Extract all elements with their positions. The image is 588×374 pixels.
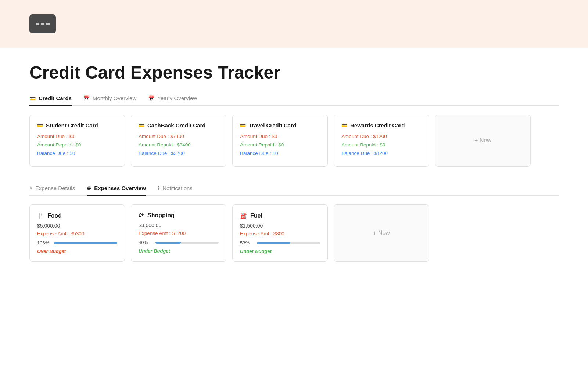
shopping-icon: 🛍 <box>139 212 144 219</box>
fuel-icon: ⛽ <box>240 212 247 219</box>
card-travel-name: Travel Credit Card <box>249 122 296 128</box>
overview-shopping-progress-bar-bg <box>155 242 219 244</box>
card-student-balance-due: Balance Due : $0 <box>37 150 117 156</box>
card-student-icon: 💳 <box>37 123 43 128</box>
card-student: 💳 Student Credit Card Amount Due : $0 Am… <box>29 115 125 167</box>
card-student-header: 💳 Student Credit Card <box>37 122 117 128</box>
card-travel-amount-repaid: Amount Repaid : $0 <box>240 142 320 148</box>
expenses-overview-tab-icon: ⊖ <box>87 185 91 191</box>
overview-shopping-progress-bar-fill <box>155 242 181 244</box>
card-cashback-icon: 💳 <box>139 123 144 128</box>
tab-yearly-overview[interactable]: 📅 Yearly Overview <box>148 91 197 106</box>
overview-food-header: 🍴 Food <box>37 212 117 219</box>
tab-notifications[interactable]: ℹ Notifications <box>158 181 193 196</box>
overview-fuel-progress-bar-fill <box>257 242 290 244</box>
card-travel-icon: 💳 <box>240 123 246 128</box>
card-student-amount-due: Amount Due : $0 <box>37 134 117 139</box>
add-new-overview-button[interactable]: + New <box>334 204 429 262</box>
add-new-overview-label: + New <box>373 230 390 236</box>
overview-food-progress-row: 106% <box>37 240 117 246</box>
overview-fuel-expense: Expense Amt : $800 <box>240 231 320 236</box>
overview-fuel: ⛽ Fuel $1,500.00 Expense Amt : $800 53% … <box>232 204 328 262</box>
card-student-name: Student Credit Card <box>46 122 98 128</box>
card-rewards-amount-due: Amount Due : $1200 <box>341 134 422 139</box>
tab-expense-details-label: Expense Details <box>35 185 75 191</box>
card-cashback-balance-due: Balance Due : $3700 <box>139 150 219 156</box>
monthly-overview-tab-icon: 📅 <box>83 95 90 101</box>
overview-food-expense: Expense Amt : $5300 <box>37 231 117 236</box>
overview-food-progress-label: 106% <box>37 240 50 246</box>
header-banner <box>0 0 588 48</box>
card-rewards-balance-due: Balance Due : $1200 <box>341 150 422 156</box>
main-content: Credit Card Expenses Tracker 💳 Credit Ca… <box>0 48 588 276</box>
credit-cards-grid: 💳 Student Credit Card Amount Due : $0 Am… <box>29 115 559 167</box>
overview-grid: 🍴 Food $5,000.00 Expense Amt : $5300 106… <box>29 204 559 262</box>
card-rewards-name: Rewards Credit Card <box>350 122 405 128</box>
overview-fuel-progress-label: 53% <box>240 240 253 246</box>
overview-shopping-budget: $3,000.00 <box>139 222 219 228</box>
expense-details-tab-icon: # <box>29 185 32 191</box>
app-icon <box>29 14 56 33</box>
overview-shopping-progress-label: 40% <box>139 240 152 245</box>
overview-fuel-progress-row: 53% <box>240 240 320 246</box>
overview-food-progress-bar-fill <box>54 242 117 244</box>
card-student-amount-repaid: Amount Repaid : $0 <box>37 142 117 148</box>
card-cashback: 💳 CashBack Credit Card Amount Due : $710… <box>131 115 226 167</box>
overview-shopping-header: 🛍 Shopping <box>139 212 219 219</box>
notifications-tab-icon: ℹ <box>158 185 159 191</box>
tab-credit-cards[interactable]: 💳 Credit Cards <box>29 91 72 106</box>
yearly-overview-tab-icon: 📅 <box>148 95 154 101</box>
overview-shopping-progress-row: 40% <box>139 240 219 245</box>
card-rewards-header: 💳 Rewards Credit Card <box>341 122 422 128</box>
tab-yearly-overview-label: Yearly Overview <box>157 95 197 101</box>
tab-expenses-overview[interactable]: ⊖ Expenses Overview <box>87 181 146 196</box>
card-travel-balance-due: Balance Due : $0 <box>240 150 320 156</box>
tab-credit-cards-label: Credit Cards <box>39 95 72 101</box>
card-cashback-amount-repaid: Amount Repaid : $3400 <box>139 142 219 148</box>
card-rewards-amount-repaid: Amount Repaid : $0 <box>341 142 422 148</box>
add-new-credit-card-label: + New <box>474 137 491 144</box>
overview-shopping-status: Under Budget <box>139 248 219 254</box>
overview-food-status: Over Budget <box>37 248 117 254</box>
overview-shopping: 🛍 Shopping $3,000.00 Expense Amt : $1200… <box>131 204 226 262</box>
credit-cards-tab-icon: 💳 <box>29 95 36 101</box>
card-travel-header: 💳 Travel Credit Card <box>240 122 320 128</box>
overview-fuel-budget: $1,500.00 <box>240 223 320 229</box>
card-cashback-amount-due: Amount Due : $7100 <box>139 134 219 139</box>
overview-food-name: Food <box>47 213 62 219</box>
card-cashback-name: CashBack Credit Card <box>147 122 205 128</box>
card-rewards-icon: 💳 <box>341 123 347 128</box>
add-new-credit-card-button[interactable]: + New <box>435 115 531 167</box>
tab-monthly-overview[interactable]: 📅 Monthly Overview <box>83 91 136 106</box>
tab-notifications-label: Notifications <box>162 185 193 191</box>
overview-food-progress-bar-bg <box>54 242 117 244</box>
overview-food: 🍴 Food $5,000.00 Expense Amt : $5300 106… <box>29 204 125 262</box>
card-cashback-header: 💳 CashBack Credit Card <box>139 122 219 128</box>
overview-fuel-header: ⛽ Fuel <box>240 212 320 219</box>
overview-food-budget: $5,000.00 <box>37 223 117 229</box>
overview-fuel-name: Fuel <box>250 213 262 219</box>
overview-fuel-status: Under Budget <box>240 248 320 254</box>
overview-fuel-progress-bar-bg <box>257 242 320 244</box>
food-icon: 🍴 <box>37 212 44 219</box>
tab-monthly-overview-label: Monthly Overview <box>93 95 136 101</box>
card-travel-amount-due: Amount Due : $0 <box>240 134 320 139</box>
page-title: Credit Card Expenses Tracker <box>29 62 559 83</box>
overview-shopping-expense: Expense Amt : $1200 <box>139 230 219 236</box>
section-tab-bar: # Expense Details ⊖ Expenses Overview ℹ … <box>29 181 559 196</box>
card-travel: 💳 Travel Credit Card Amount Due : $0 Amo… <box>232 115 328 167</box>
tab-expenses-overview-label: Expenses Overview <box>94 185 146 191</box>
overview-shopping-name: Shopping <box>147 212 175 219</box>
tab-bar: 💳 Credit Cards 📅 Monthly Overview 📅 Year… <box>29 91 559 106</box>
card-rewards: 💳 Rewards Credit Card Amount Due : $1200… <box>334 115 429 167</box>
tab-expense-details[interactable]: # Expense Details <box>29 181 75 196</box>
